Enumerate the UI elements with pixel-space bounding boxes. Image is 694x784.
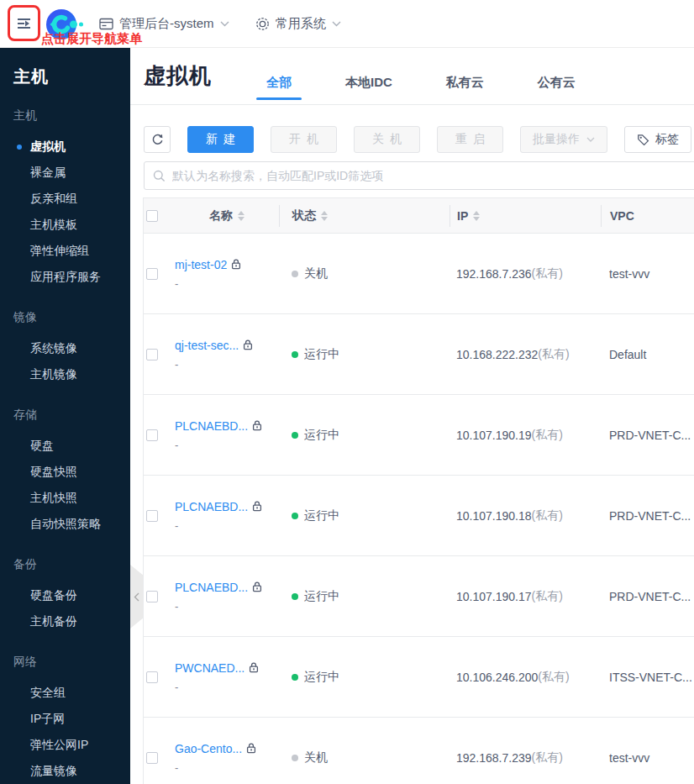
search-icon	[153, 170, 166, 182]
vm-name-link[interactable]: PLCNAEBD...	[175, 500, 248, 513]
row-checkbox[interactable]	[146, 429, 158, 441]
sidebar-collapse-handle[interactable]	[130, 565, 143, 629]
sidebar-item[interactable]: 流量镜像	[13, 758, 130, 784]
tag-button[interactable]: 标签	[624, 126, 691, 153]
sidebar-item[interactable]: 主机模板	[13, 212, 130, 238]
tab-label: 本地IDC	[345, 75, 392, 91]
table-row: qj-test-sec... - 运行中 10.168.222.232(私有) …	[144, 314, 694, 395]
vm-name-link[interactable]: PLCNAEBD...	[175, 581, 248, 594]
vpc-value: test-vvv	[609, 267, 649, 281]
vm-subtext: -	[175, 277, 178, 290]
ip-value: 192.168.7.236	[456, 267, 532, 281]
sidebar-section: 备份 硬盘备份 主机备份	[13, 555, 130, 634]
common-systems-menu[interactable]: 常用系统	[255, 0, 341, 48]
batch-actions-button[interactable]: 批量操作	[520, 126, 607, 153]
refresh-button[interactable]	[144, 126, 171, 153]
sidebar-item[interactable]: 反亲和组	[13, 186, 130, 212]
sidebar-item-label: 系统镜像	[30, 341, 77, 355]
sidebar-item[interactable]: 安全组	[13, 680, 130, 706]
lock-icon	[249, 662, 259, 673]
sidebar-item[interactable]: 主机镜像	[13, 361, 130, 387]
sort-icon[interactable]	[238, 211, 244, 221]
ip-value: 10.106.246.200	[456, 671, 538, 684]
tab[interactable]: 公有云	[528, 61, 586, 104]
row-checkbox[interactable]	[146, 268, 158, 280]
sidebar-item[interactable]: 主机快照	[13, 485, 130, 511]
tab[interactable]: 全部	[256, 61, 302, 104]
status-label: 运行中	[304, 670, 339, 685]
search-bar	[144, 161, 694, 190]
ip-type-label: (私有)	[532, 750, 563, 766]
sidebar-item[interactable]: 系统镜像	[13, 335, 130, 361]
sidebar-item[interactable]: 弹性伸缩组	[13, 238, 130, 264]
restart-label: 重启	[450, 132, 491, 147]
vm-name-link[interactable]: PLCNAEBD...	[175, 419, 248, 433]
tab[interactable]: 本地IDC	[335, 61, 402, 104]
lock-icon	[252, 581, 262, 592]
column-header-ip[interactable]: IP	[457, 209, 468, 223]
row-checkbox[interactable]	[146, 510, 158, 522]
expand-menu-icon	[15, 14, 34, 33]
table-row: PLCNAEBD... - 运行中 10.107.190.17(私有) PRD-…	[144, 556, 694, 637]
sidebar-section-label: 网络	[13, 653, 130, 670]
sidebar-item[interactable]: 主机备份	[13, 608, 130, 634]
status-dot	[292, 271, 298, 277]
sidebar-item[interactable]: 弹性公网IP	[13, 732, 130, 758]
refresh-icon	[151, 134, 164, 146]
ip-type-label: (私有)	[532, 589, 563, 604]
chevron-down-icon	[332, 21, 341, 27]
sidebar-item[interactable]: 裸金属	[13, 160, 130, 186]
select-all-checkbox[interactable]	[146, 210, 158, 222]
sidebar-section: 存储 硬盘 硬盘快照 主机快照 自动快照策略	[13, 406, 130, 537]
sidebar-section-label: 存储	[13, 406, 130, 423]
row-checkbox[interactable]	[146, 591, 158, 602]
sidebar-item[interactable]: 自动快照策略	[13, 511, 130, 537]
sidebar-item[interactable]: 虚拟机	[13, 134, 130, 160]
sidebar-item[interactable]: 硬盘备份	[13, 582, 130, 608]
vm-name-link[interactable]: mj-test-02	[175, 258, 227, 271]
column-header-status[interactable]: 状态	[292, 208, 316, 224]
vpc-value: ITSS-VNET-C...	[609, 671, 692, 684]
restart-button[interactable]: 重启	[437, 126, 503, 153]
main-content: 虚拟机 全部 本地IDC 私有云 公有云 新建 开机 关机 重启	[130, 48, 694, 784]
ip-value: 10.107.190.17	[456, 590, 532, 603]
sidebar-item-label: 主机快照	[30, 491, 77, 504]
console-icon	[99, 18, 113, 30]
power-on-button[interactable]: 开机	[271, 126, 337, 153]
vpc-value: PRD-VNET-C...	[609, 590, 691, 603]
row-checkbox[interactable]	[146, 349, 158, 360]
workspace-label: 管理后台-system	[119, 16, 214, 32]
vm-name-link[interactable]: PWCNAED...	[175, 661, 244, 675]
tab-label: 公有云	[538, 75, 576, 91]
sidebar-section: 镜像 系统镜像 主机镜像	[13, 308, 130, 387]
table-row: mj-test-02 - 关机 192.168.7.236(私有) test-v…	[144, 234, 694, 314]
table-header: 名称 状态 IP VPC	[144, 198, 694, 234]
table-body: mj-test-02 - 关机 192.168.7.236(私有) test-v…	[144, 234, 694, 784]
ip-type-label: (私有)	[538, 347, 569, 362]
vpc-value: PRD-VNET-C...	[609, 509, 691, 523]
power-off-button[interactable]: 关机	[354, 126, 420, 153]
row-checkbox[interactable]	[146, 752, 158, 764]
sidebar-item[interactable]: 应用程序服务	[13, 264, 130, 290]
sidebar-item[interactable]: IP子网	[13, 706, 130, 732]
row-checkbox[interactable]	[146, 671, 158, 683]
sort-icon[interactable]	[321, 211, 328, 221]
sort-icon[interactable]	[473, 211, 480, 221]
search-input[interactable]	[172, 169, 694, 182]
ip-type-label: (私有)	[532, 428, 563, 443]
create-button-label: 新建	[200, 132, 241, 147]
ip-value: 10.107.190.18	[456, 509, 532, 523]
expand-nav-button[interactable]	[8, 5, 40, 41]
vm-subtext: -	[175, 358, 178, 371]
sidebar-item[interactable]: 硬盘快照	[13, 459, 130, 485]
tab[interactable]: 私有云	[436, 61, 494, 104]
toolbar: 新建 开机 关机 重启 批量操作 标签	[144, 126, 694, 153]
sidebar-item[interactable]: 硬盘	[13, 433, 130, 459]
vm-name-link[interactable]: Gao-Cento...	[175, 742, 242, 755]
sidebar-item-label: 弹性公网IP	[30, 738, 88, 751]
sidebar-section-label: 备份	[13, 555, 130, 572]
column-header-name[interactable]: 名称	[209, 208, 233, 224]
vm-name-link[interactable]: qj-test-sec...	[175, 339, 239, 352]
create-button[interactable]: 新建	[187, 126, 254, 153]
ip-type-label: (私有)	[538, 670, 569, 685]
